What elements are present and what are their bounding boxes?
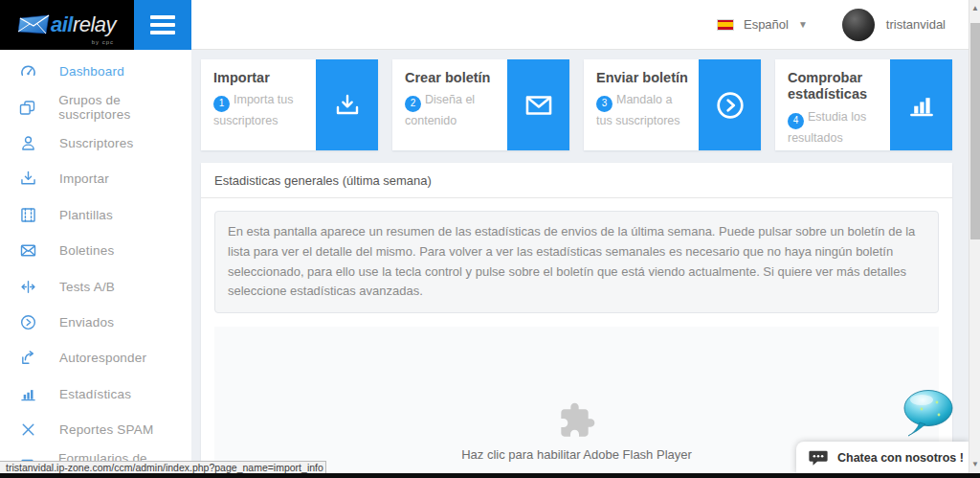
chat-bubble-icon[interactable] [901, 388, 956, 444]
app-window: ailrelay by cpc Español ▼ tristanvidal D… [0, 0, 980, 478]
puzzle-piece-icon [558, 401, 596, 440]
spain-flag-icon [717, 19, 734, 31]
sidebar-item-grupos-de-suscriptores[interactable]: Grupos de suscriptores [0, 89, 191, 125]
chevron-down-icon[interactable]: ▼ [798, 19, 808, 30]
step-card-enviar-boletin[interactable]: Enviar boletín 3Mandalo a tus suscriptor… [584, 59, 761, 150]
sidebar-item-suscriptores[interactable]: Suscriptores [0, 125, 191, 161]
sent-circle-arrow-icon [17, 311, 38, 332]
step-number-badge: 2 [405, 96, 421, 112]
sidebar-item-label: Suscriptores [59, 136, 133, 150]
sidebar-item-boletines[interactable]: Boletines [0, 233, 191, 268]
sidebar-item-label: Reportes SPAM [59, 422, 153, 437]
template-icon [17, 204, 38, 225]
sidebar-item-label: Boletines [59, 243, 114, 258]
sidebar-item-reportes-spam[interactable]: Reportes SPAM [0, 412, 191, 447]
top-bar: Español ▼ tristanvidal [191, 0, 969, 50]
step-card-comprobar-estadisticas[interactable]: Comprobar estadísticas 4Estudia los resu… [775, 59, 952, 150]
ab-test-arrows-icon [17, 276, 38, 297]
scrollbar-thumb[interactable] [970, 23, 980, 239]
user-name[interactable]: tristanvidal [886, 17, 946, 32]
sidebar-item-label: Plantillas [59, 208, 113, 222]
browser-status-url: tristanvidal.ip-zone.com/ccm/admin/index… [0, 461, 326, 474]
hamburger-menu-button[interactable] [134, 0, 191, 50]
sidebar-item-label: Autoresponder [59, 351, 146, 365]
spam-cross-icon [17, 420, 38, 441]
sidebar-item-label: Tests A/B [59, 280, 115, 294]
chat-with-us-button[interactable]: Chatea con nosotros ! [796, 442, 969, 473]
sidebar-item-label: Estadísticas [59, 387, 131, 401]
bar-chart-icon [890, 59, 952, 150]
onboarding-steps: Importar 1Importa tus suscriptores Crear… [201, 59, 952, 150]
send-circle-icon [699, 59, 761, 150]
step-card-importar[interactable]: Importar 1Importa tus suscriptores [201, 59, 378, 150]
main-content: Importar 1Importa tus suscriptores Crear… [191, 50, 969, 478]
scrollbar-up-arrow[interactable]: ▲ [969, 2, 980, 15]
step-title: Crear boletín [405, 70, 500, 86]
language-selector[interactable]: Español [744, 17, 789, 32]
newsletter-envelope-icon [17, 240, 38, 262]
stats-info-text: En esta pantalla aparece un resumen de l… [214, 211, 939, 313]
sidebar-item-importar[interactable]: Importar [0, 161, 191, 196]
sidebar-item-label: Enviados [59, 315, 114, 330]
sidebar-item-label: Importar [59, 171, 109, 186]
envelope-icon [507, 59, 569, 150]
stats-panel: Estadisticas generales (última semana) E… [201, 163, 952, 478]
step-title: Importar [213, 70, 308, 86]
download-tray-icon [316, 59, 378, 150]
logo-byline: by cpc [92, 39, 114, 45]
user-avatar[interactable] [842, 9, 875, 41]
envelope-logo-icon [18, 13, 51, 36]
step-title: Comprobar estadísticas [788, 70, 882, 103]
subscriber-person-icon [17, 132, 38, 153]
sidebar-item-plantillas[interactable]: Plantillas [0, 197, 191, 233]
sidebar-item-autoresponder[interactable]: Autoresponder [0, 340, 191, 376]
statistics-bars-icon [17, 383, 38, 404]
chat-icon [808, 447, 829, 468]
import-download-icon [17, 169, 38, 190]
stats-panel-title: Estadisticas generales (última semana) [201, 163, 952, 198]
sidebar-item-estadisticas[interactable]: Estadísticas [0, 376, 191, 412]
chat-label: Chatea con nosotros ! [837, 451, 964, 465]
autoresponder-arrow-icon [17, 348, 38, 369]
dashboard-gauge-icon [17, 61, 38, 82]
sidebar-nav: Dashboard Grupos de suscriptores Suscrip… [0, 50, 191, 478]
window-bottom-edge [0, 473, 980, 478]
flash-enable-label: Haz clic para habilitar Adobe Flash Play… [461, 447, 692, 462]
step-card-crear-boletin[interactable]: Crear boletín 2Diseña el contenido [392, 59, 569, 150]
logo-text-relay: relay [73, 12, 116, 36]
vertical-scrollbar[interactable]: ▲ ▼ [969, 0, 980, 473]
mailrelay-logo[interactable]: ailrelay by cpc [0, 0, 134, 50]
groups-icon [17, 97, 37, 118]
sidebar-item-dashboard[interactable]: Dashboard [0, 54, 191, 89]
sidebar-item-tests-ab[interactable]: Tests A/B [0, 268, 191, 304]
step-number-badge: 1 [213, 96, 230, 112]
scrollbar-down-arrow[interactable]: ▼ [969, 458, 980, 471]
logo-text-ail: ail [51, 12, 73, 36]
step-number-badge: 3 [596, 96, 612, 112]
sidebar-item-enviados[interactable]: Enviados [0, 305, 191, 340]
step-title: Enviar boletín [596, 70, 691, 86]
sidebar-item-label: Grupos de suscriptores [58, 93, 191, 122]
sidebar-item-label: Dashboard [59, 64, 124, 79]
step-number-badge: 4 [788, 113, 804, 129]
